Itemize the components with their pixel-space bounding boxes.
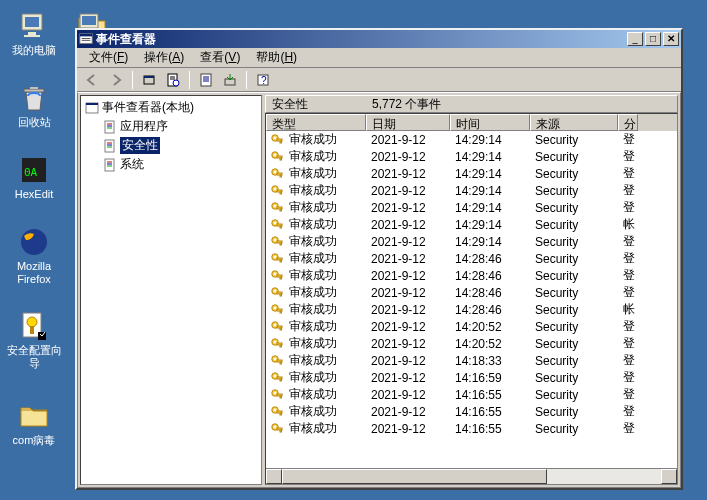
scroll-thumb[interactable] [282,469,547,484]
col-header-type[interactable]: 类型 [266,114,366,131]
export-button[interactable] [219,70,241,90]
cell-date: 2021-9-12 [366,303,450,317]
cell-source: Security [530,354,618,368]
desktop-icon-image: 0A [18,154,50,186]
cell-date: 2021-9-12 [366,133,450,147]
success-audit-icon [270,235,284,249]
cell-date: 2021-9-12 [366,252,450,266]
svg-rect-32 [86,103,98,105]
cell-time: 14:28:46 [450,252,530,266]
cell-category: 登 [618,131,638,148]
cell-source: Security [530,371,618,385]
up-button[interactable] [138,70,160,90]
svg-point-110 [274,408,276,410]
cell-time: 14:29:14 [450,235,530,249]
col-header-source[interactable]: 来源 [530,114,618,131]
table-row[interactable]: 审核成功2021-9-1214:29:14Security登 [266,131,677,148]
back-button[interactable] [81,70,103,90]
desktop-icon-6[interactable]: 安全配置向导 [4,310,64,370]
success-audit-icon [270,371,284,385]
horizontal-scrollbar[interactable] [266,468,677,484]
table-row[interactable]: 审核成功2021-9-1214:28:46Security登 [266,284,677,301]
table-row[interactable]: 审核成功2021-9-1214:20:52Security登 [266,318,677,335]
properties-button[interactable] [162,70,184,90]
table-row[interactable]: 审核成功2021-9-1214:28:46Security帐 [266,301,677,318]
titlebar[interactable]: 事件查看器 _ □ ✕ [77,30,681,48]
tree-item-2[interactable]: 系统 [101,155,259,174]
success-audit-icon [270,201,284,215]
scroll-left-button[interactable] [266,469,282,484]
cell-time: 14:28:46 [450,269,530,283]
table-row[interactable]: 审核成功2021-9-1214:16:59Security登 [266,369,677,386]
log-icon [103,120,117,134]
cell-date: 2021-9-12 [366,371,450,385]
desktop-icon-3[interactable]: 0AHexEdit [4,154,64,201]
refresh-button[interactable] [195,70,217,90]
cell-source: Security [530,184,618,198]
tree-item-1[interactable]: 安全性 [101,136,259,155]
table-row[interactable]: 审核成功2021-9-1214:20:52Security登 [266,335,677,352]
table-row[interactable]: 审核成功2021-9-1214:16:55Security登 [266,386,677,403]
cell-time: 14:29:14 [450,133,530,147]
cell-category: 登 [618,148,638,165]
svg-point-114 [274,425,276,427]
table-row[interactable]: 审核成功2021-9-1214:16:55Security登 [266,403,677,420]
table-row[interactable]: 审核成功2021-9-1214:29:14Security帐 [266,216,677,233]
cell-time: 14:16:59 [450,371,530,385]
col-header-category[interactable]: 分 [618,114,638,131]
cell-date: 2021-9-12 [366,167,450,181]
list-body[interactable]: 审核成功2021-9-1214:29:14Security登审核成功2021-9… [266,131,677,468]
help-button[interactable]: ? [252,70,274,90]
cell-type: 审核成功 [284,131,366,148]
menu-a[interactable]: 操作(A) [136,47,192,68]
desktop-icon-2[interactable]: 回收站 [4,82,64,129]
cell-category: 登 [618,182,638,199]
table-row[interactable]: 审核成功2021-9-1214:29:14Security登 [266,165,677,182]
scroll-track[interactable] [282,469,661,484]
desktop-icon-8[interactable]: com病毒 [4,400,64,447]
cell-time: 14:28:46 [450,286,530,300]
svg-rect-88 [280,311,282,313]
table-row[interactable]: 审核成功2021-9-1214:29:14Security登 [266,233,677,250]
svg-rect-5 [82,16,96,25]
col-header-date[interactable]: 日期 [366,114,450,131]
cell-category: 登 [618,369,638,386]
event-viewer-window: 事件查看器 _ □ ✕ 文件(F)操作(A)查看(V)帮助(H) ? 事件查看器… [75,28,683,490]
tree-pane[interactable]: 事件查看器(本地) 应用程序安全性系统 [80,95,262,485]
tree-root[interactable]: 事件查看器(本地) [83,98,259,117]
tree-item-0[interactable]: 应用程序 [101,117,259,136]
minimize-button[interactable]: _ [627,32,643,46]
table-row[interactable]: 审核成功2021-9-1214:29:14Security登 [266,182,677,199]
table-row[interactable]: 审核成功2021-9-1214:18:33Security登 [266,352,677,369]
svg-rect-3 [24,35,40,37]
cell-source: Security [530,320,618,334]
success-audit-icon [270,405,284,419]
desktop-icon-label: com病毒 [4,434,64,447]
desktop-icon-0[interactable]: 我的电脑 [4,10,64,57]
table-row[interactable]: 审核成功2021-9-1214:16:55Security登 [266,420,677,437]
col-header-time[interactable]: 时间 [450,114,530,131]
close-button[interactable]: ✕ [663,32,679,46]
desktop-icon-4[interactable]: Mozilla Firefox [4,226,64,286]
maximize-button[interactable]: □ [645,32,661,46]
svg-rect-37 [105,140,114,152]
toolbar: ? [77,68,681,92]
cell-date: 2021-9-12 [366,235,450,249]
success-audit-icon [270,269,284,283]
svg-rect-16 [82,38,91,39]
table-row[interactable]: 审核成功2021-9-1214:28:46Security登 [266,250,677,267]
menu-h[interactable]: 帮助(H) [248,47,305,68]
svg-rect-84 [280,294,282,296]
cell-category: 登 [618,233,638,250]
svg-point-58 [274,187,276,189]
menu-v[interactable]: 查看(V) [192,47,248,68]
menu-f[interactable]: 文件(F) [81,47,136,68]
table-row[interactable]: 审核成功2021-9-1214:28:46Security登 [266,267,677,284]
table-row[interactable]: 审核成功2021-9-1214:29:14Security登 [266,199,677,216]
scroll-right-button[interactable] [661,469,677,484]
forward-button[interactable] [105,70,127,90]
table-row[interactable]: 审核成功2021-9-1214:29:14Security登 [266,148,677,165]
cell-type: 审核成功 [284,233,366,250]
cell-category: 登 [618,420,638,437]
cell-source: Security [530,252,618,266]
